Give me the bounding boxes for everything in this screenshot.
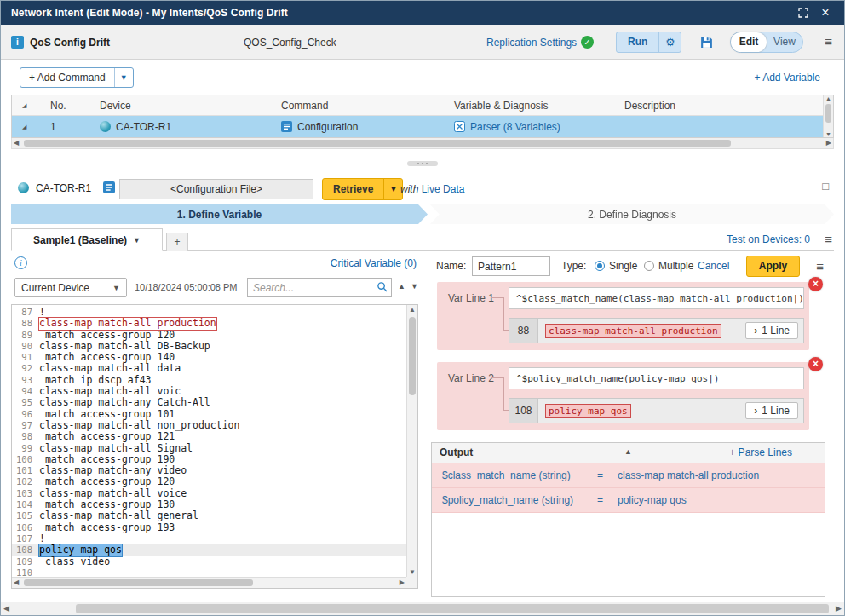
replication-settings-link[interactable]: Replication Settings	[486, 37, 577, 49]
config-line[interactable]: 103 class-map match-all voice	[12, 488, 406, 499]
config-line[interactable]: 93 match ip dscp af43	[12, 375, 406, 386]
scroll-left-icon[interactable]: ◀	[3, 604, 9, 613]
line-number: 104	[12, 499, 39, 510]
search-icon[interactable]	[372, 281, 391, 295]
var-line-pattern-input[interactable]: ^$class_match_name(class-map match-all p…	[509, 287, 804, 309]
config-line[interactable]: 100 match access-group 190	[12, 454, 406, 465]
expand-panel-icon[interactable]: □	[822, 180, 829, 193]
config-line[interactable]: 110	[12, 567, 406, 577]
row-device: CA-TOR-R1	[100, 121, 281, 133]
table-vertical-scrollbar[interactable]: ▲ ▼	[823, 95, 833, 137]
tab-define-diagnosis[interactable]: 2. Define Diagnosis	[430, 204, 834, 224]
collapse-panel-icon[interactable]: —	[795, 181, 805, 193]
delete-var-line-icon[interactable]: ×	[808, 277, 823, 291]
config-vertical-scrollbar[interactable]: ▲ ▼	[406, 305, 417, 577]
test-on-devices-link[interactable]: Test on Devices: 0	[727, 233, 810, 245]
delete-var-line-icon[interactable]: ×	[808, 357, 823, 371]
replication-ok-icon: ✓	[581, 36, 594, 49]
scroll-right-icon[interactable]: ▶	[826, 139, 831, 147]
config-line[interactable]: 107 !	[12, 533, 406, 544]
sample-menu-icon[interactable]: ≡	[825, 232, 832, 246]
config-line[interactable]: 106 match access-group 193	[12, 522, 406, 533]
add-sample-tab-button[interactable]: +	[166, 233, 188, 251]
tab-sample1-baseline[interactable]: Sample1 (Baseline) ▼	[11, 228, 163, 251]
config-horizontal-scrollbar[interactable]: ◀ ▶	[12, 577, 406, 588]
scroll-right-icon[interactable]: ▶	[400, 579, 405, 586]
search-next-icon[interactable]: ▼	[411, 282, 418, 291]
close-icon[interactable]: ×	[817, 4, 834, 21]
retrieve-button[interactable]: Retrieve	[323, 179, 383, 199]
config-line[interactable]: 108 policy-map qos	[12, 544, 406, 556]
config-line[interactable]: 96 match access-group 101	[12, 409, 406, 420]
window-horizontal-scrollbar[interactable]: ◀ ▶	[1, 602, 844, 615]
scrollbar-thumb[interactable]	[76, 604, 829, 613]
run-settings-gear-icon[interactable]: ⚙	[658, 32, 681, 52]
table-horizontal-scrollbar[interactable]: ◀ ▶	[11, 138, 834, 149]
scroll-left-icon[interactable]: ◀	[14, 139, 19, 147]
expand-lines-button[interactable]: › 1 Line	[745, 402, 798, 419]
config-line[interactable]: 95 class-map match-any Catch-All	[12, 397, 406, 408]
type-multiple-radio[interactable]: Multiple	[644, 260, 693, 272]
row-no: 1	[50, 121, 100, 133]
config-line[interactable]: 109 class video	[12, 556, 406, 567]
config-line[interactable]: 102 match access-group 120	[12, 476, 406, 487]
pattern-menu-icon[interactable]: ≡	[816, 259, 824, 273]
config-line[interactable]: 105 class-map match-all general	[12, 510, 406, 521]
edit-toggle[interactable]: Edit	[731, 32, 767, 52]
maximize-icon[interactable]	[795, 4, 812, 21]
scroll-right-icon[interactable]: ▶	[836, 604, 842, 613]
view-toggle[interactable]: View	[767, 32, 802, 52]
header-menu-icon[interactable]: ≡	[825, 35, 832, 48]
minimize-output-icon[interactable]: —	[806, 446, 816, 458]
config-line[interactable]: 104 match access-group 130	[12, 499, 406, 510]
config-line[interactable]: 94 class-map match-all voic	[12, 386, 406, 397]
scrollbar-thumb[interactable]	[825, 104, 831, 123]
config-line[interactable]: 90 class-map match-all DB-Backup	[12, 341, 406, 352]
config-line[interactable]: 97 class-map match-all non_production	[12, 420, 406, 431]
search-input[interactable]	[248, 282, 372, 294]
apply-button[interactable]: Apply	[746, 256, 800, 277]
config-text-viewer: 87 ! 88 class-map match-all production 8…	[11, 304, 418, 589]
scroll-down-icon[interactable]: ▼	[407, 568, 417, 576]
splitter-handle[interactable]	[407, 161, 438, 166]
parser-variables-link[interactable]: Parser (8 Variables)	[470, 121, 560, 133]
chevron-right-icon: ›	[754, 325, 757, 337]
search-prev-icon[interactable]: ▲	[398, 282, 405, 291]
add-command-button[interactable]: + Add Command ▼	[20, 67, 134, 88]
run-button[interactable]: Run	[617, 32, 658, 52]
config-line[interactable]: 87 !	[12, 307, 406, 318]
scroll-up-icon[interactable]: ▲	[824, 95, 833, 101]
critical-variable-link[interactable]: Critical Variable (0)	[331, 257, 417, 269]
config-line[interactable]: 91 match access-group 140	[12, 352, 406, 363]
command-table-row[interactable]: ◢ 1 CA-TOR-R1 Configuration Parser (8 Va…	[12, 116, 833, 137]
scroll-up-icon[interactable]: ▲	[407, 306, 417, 314]
configuration-file-selector[interactable]: <Configuration File>	[119, 179, 313, 199]
command-toolbar: + Add Command ▼ + Add Variable	[1, 60, 844, 95]
scroll-down-icon[interactable]: ▼	[824, 131, 833, 137]
cancel-link[interactable]: Cancel	[698, 260, 729, 272]
scrollbar-thumb[interactable]	[409, 317, 416, 395]
add-variable-link[interactable]: + Add Variable	[754, 72, 820, 83]
config-line[interactable]: 101 class-map match-any video	[12, 465, 406, 476]
collapse-output-icon[interactable]: ▲	[624, 447, 632, 456]
chevron-down-icon: ▼	[133, 236, 141, 245]
expand-lines-button[interactable]: › 1 Line	[745, 322, 798, 339]
pattern-name-input[interactable]	[472, 256, 550, 276]
config-line[interactable]: 92 class-map match-all data	[12, 363, 406, 374]
config-line[interactable]: 89 match access-group 120	[12, 330, 406, 341]
config-line[interactable]: 88 class-map match-all production	[12, 318, 406, 329]
device-source-select[interactable]: Current Device ▼	[14, 278, 127, 297]
tab-define-variable[interactable]: 1. Define Variable	[11, 204, 428, 224]
info-icon[interactable]: i	[14, 256, 27, 269]
chevron-down-icon[interactable]: ▼	[114, 68, 133, 87]
scrollbar-thumb[interactable]	[24, 579, 253, 586]
parse-lines-link[interactable]: + Parse Lines	[729, 446, 792, 458]
config-line[interactable]: 99 class-map match-all Signal	[12, 443, 406, 454]
save-icon[interactable]	[694, 32, 718, 53]
live-data-link[interactable]: Live Data	[422, 183, 465, 195]
scroll-left-icon[interactable]: ◀	[14, 579, 19, 586]
config-line[interactable]: 98 match access-group 121	[12, 431, 406, 442]
scrollbar-thumb[interactable]	[24, 140, 731, 147]
var-line-pattern-input[interactable]: ^$policy_match_name(policy-map qos|)	[509, 367, 804, 389]
type-single-radio[interactable]: Single	[595, 260, 637, 272]
